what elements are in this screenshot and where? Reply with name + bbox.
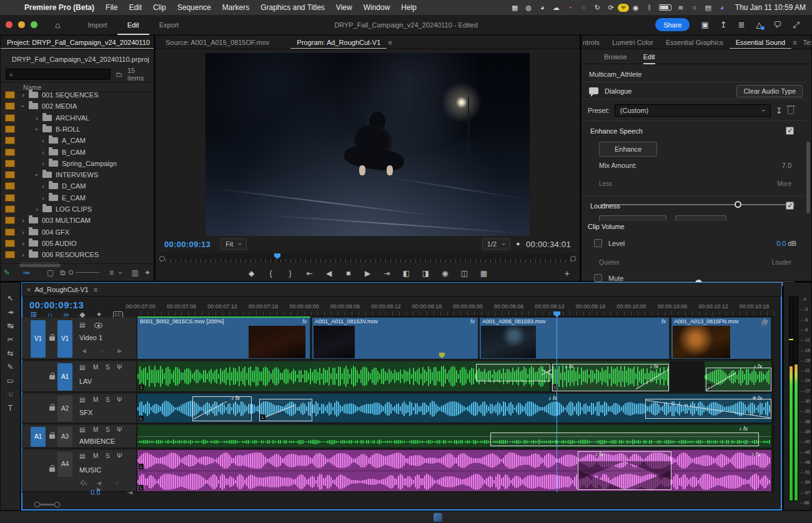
chevron-icon[interactable]: › — [19, 103, 27, 109]
freeform-view-icon[interactable]: ⧉ — [57, 268, 69, 277]
monitor-settings-icon[interactable]: ✦ — [515, 240, 521, 248]
volume-keyframe-box[interactable] — [192, 396, 252, 421]
mute-track-button[interactable]: M — [93, 426, 98, 433]
chevron-icon[interactable]: › — [34, 114, 40, 122]
restart-icon[interactable]: ⟳ — [604, 4, 618, 12]
chevron-icon[interactable]: › — [40, 149, 46, 156]
mark-in-icon[interactable]: { — [267, 269, 275, 278]
track-lock-icon[interactable] — [49, 434, 55, 439]
tab-essential-sound[interactable]: Essential Sound — [730, 36, 792, 49]
bin-row[interactable]: › LOG CLIPS — [1, 203, 151, 215]
dock-app-icon[interactable] — [433, 513, 442, 522]
volume-dip-box[interactable] — [578, 451, 671, 490]
menubar-item[interactable]: Clip — [147, 3, 172, 12]
close-sequence-icon[interactable]: × — [27, 286, 31, 293]
bin-row[interactable]: › B_CAM — [1, 147, 151, 158]
button-editor-plus-icon[interactable]: + — [565, 268, 570, 278]
track-select-tool[interactable]: ↠ — [4, 308, 17, 317]
voiceover-record-icon[interactable]: Ψ — [117, 426, 122, 433]
bin-row[interactable]: › E_CAM — [1, 192, 151, 203]
playback-resolution-dropdown[interactable]: 1/2› — [482, 238, 510, 250]
quick-export-icon[interactable]: ↥ — [720, 20, 727, 29]
track-target-a1[interactable]: A1 — [57, 363, 72, 391]
fx-badge[interactable]: fx — [470, 318, 475, 325]
step-forward-icon[interactable]: ▶ — [364, 269, 372, 278]
track-name[interactable]: AMBIENCE — [79, 437, 115, 445]
chevron-icon[interactable]: › — [20, 91, 26, 99]
export-frame-icon[interactable]: ◉ — [441, 269, 450, 278]
clip-volume-fx-badges[interactable]: ♪ fx — [565, 363, 573, 369]
tab-essential-graphics[interactable]: Essential Graphics — [660, 36, 730, 49]
project-file-name[interactable]: DRYP_Fall_Campaign_v24_20240110.prproj — [12, 56, 149, 63]
icon-view-icon[interactable]: ▢ — [44, 268, 57, 277]
list-view-icon[interactable]: ≔ — [21, 268, 33, 277]
zoom-slider-track[interactable] — [76, 272, 99, 273]
scroll-right-handle[interactable] — [54, 502, 60, 507]
track-name[interactable]: LAV — [79, 378, 92, 385]
monitor-playhead[interactable] — [274, 253, 280, 259]
add-keyframe-icon[interactable]: ◇, — [81, 479, 87, 486]
solo-track-button[interactable]: S — [106, 452, 110, 459]
sync-lock-icon[interactable]: ▤ — [79, 364, 85, 371]
subtab-edit[interactable]: Edit — [643, 49, 655, 64]
panel-scrollbar[interactable] — [806, 142, 810, 213]
cloud-sync-icon[interactable]: ☁ — [549, 4, 563, 12]
zoom-window-button[interactable] — [31, 21, 37, 28]
track-lock-icon[interactable] — [49, 467, 55, 472]
clear-audio-type-button[interactable]: Clear Audio Type — [736, 85, 803, 97]
panel-menu-icon[interactable]: ≡ — [388, 39, 392, 46]
tab-effect-controls[interactable]: ntrols — [582, 36, 606, 49]
siri-icon[interactable]: ◕ — [715, 4, 729, 11]
lift-icon[interactable]: ◧ — [402, 269, 411, 278]
workspaces-icon[interactable]: ▣ — [701, 20, 708, 29]
track-lock-icon[interactable] — [49, 406, 55, 411]
auto-match-button-clipped[interactable] — [599, 215, 666, 221]
go-to-out-icon[interactable]: ⇥ — [383, 269, 392, 278]
selection-tool[interactable]: ↖ — [4, 294, 17, 303]
chevron-icon[interactable]: › — [40, 182, 46, 190]
solo-track-button[interactable]: S — [106, 364, 110, 371]
extract-icon[interactable]: ◨ — [422, 269, 430, 278]
sync-lock-icon[interactable]: ▤ — [79, 321, 85, 328]
type-tool[interactable]: T — [4, 404, 17, 413]
audio-clip[interactable]: L L — [137, 450, 771, 491]
level-checkbox[interactable] — [594, 239, 602, 247]
video-clip[interactable]: A001_A013_0815FN.mov fx — [671, 318, 771, 359]
pen-tool[interactable]: ✎ — [4, 363, 17, 372]
chevron-icon[interactable]: › — [20, 240, 26, 247]
timeline-timecode[interactable]: 00:00:09:13 — [29, 300, 84, 310]
reset-button-clipped[interactable] — [675, 215, 726, 221]
program-video-viewer[interactable] — [205, 53, 530, 236]
voiceover-record-icon[interactable]: Ψ — [117, 364, 122, 371]
control-center-icon[interactable]: ▤ — [701, 4, 715, 12]
track-lock-icon[interactable] — [49, 336, 55, 341]
bin-row[interactable]: › 006 RESOURCES — [1, 249, 151, 260]
bin-row[interactable]: › Spring_Campaign — [1, 158, 151, 169]
beta-feedback-icon[interactable]: △ — [756, 20, 763, 29]
tab-lumetri-color[interactable]: Lumetri Color — [606, 36, 660, 49]
loudness-checkbox[interactable] — [786, 202, 794, 210]
menubar-item[interactable]: Edit — [123, 3, 147, 12]
menubar-item[interactable]: Window — [358, 3, 396, 12]
multicam-toggle-icon[interactable]: ▦ — [480, 269, 488, 278]
sort-chevron-icon[interactable]: › — [117, 268, 124, 277]
mix-amount-value[interactable]: 7.0 — [782, 162, 791, 169]
app-menu[interactable]: Premiere Pro (Beta) — [19, 3, 100, 12]
crossfade-icon[interactable] — [541, 365, 552, 379]
clip-volume-fx-badges[interactable]: ♪ fx — [231, 395, 240, 401]
go-to-in-icon[interactable]: ⇤ — [305, 269, 314, 278]
master-gain-value[interactable]: 0.0 — [91, 489, 100, 496]
notification-dot-icon[interactable]: ◔ — [563, 4, 577, 11]
fx-badge[interactable]: fx — [661, 318, 666, 325]
tab-edit[interactable]: Edit — [117, 15, 149, 35]
chevron-icon[interactable]: › — [20, 217, 26, 224]
video-clip[interactable]: B001_B002_0815CS.mov [200%] fx — [137, 318, 310, 359]
menubar-item[interactable]: Graphics and Titles — [255, 3, 330, 12]
hand-tool[interactable]: ☜ — [4, 390, 17, 399]
project-panel-tab[interactable]: Project: DRYP_Fall_Campaign_v24_20240110 — [1, 36, 154, 49]
save-preset-icon[interactable]: ↧ — [776, 106, 783, 115]
volume-keyframe-box[interactable] — [490, 433, 759, 446]
zoom-level-dropdown[interactable]: Fit› — [220, 238, 247, 250]
minimize-window-button[interactable] — [18, 21, 25, 28]
track-target-v1[interactable]: V1 — [57, 320, 72, 358]
